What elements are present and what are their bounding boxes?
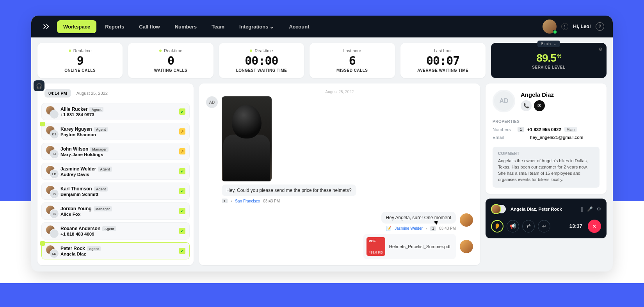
direction-icon: ↙: [179, 168, 185, 174]
app-logo: [40, 20, 53, 33]
comment-box: COMMENT Angela is the owner of Angela's …: [493, 147, 600, 188]
msg-time: 03:43 PM: [263, 199, 280, 203]
conversation-row[interactable]: LD Peter RockAgent Angela Diaz ↙: [41, 242, 190, 259]
hangup-button[interactable]: ✕: [588, 220, 601, 233]
contact-avatar: AD: [493, 90, 515, 112]
contact-email: hey_angela21@gmail.com: [530, 135, 583, 140]
stat-avg-wait: Last hour 00:07 AVERAGE WAITING TIME: [400, 43, 486, 78]
help-icon[interactable]: ?: [596, 22, 604, 31]
conversation-row[interactable]: IH John WilsonManager Mary-Jane Holdings…: [41, 143, 190, 160]
agent-avatar: [460, 240, 473, 253]
top-nav: Workspace Reports Call flow Numbers Team…: [31, 16, 613, 37]
nav-numbers[interactable]: Numbers: [169, 20, 203, 33]
chevron-down-icon: ⌄: [270, 24, 274, 30]
listen-button[interactable]: 👂: [491, 220, 503, 232]
gear-icon[interactable]: ⚙: [599, 47, 603, 52]
chat-date: August 25, 2022: [206, 90, 473, 94]
user-avatar[interactable]: [543, 20, 557, 34]
chat-panel: August 25, 2022 AD Hey, Could you please…: [199, 83, 480, 265]
incoming-message: Hey, Could you please send me the price …: [222, 185, 356, 196]
agent-name: Jasmine Welder: [395, 226, 423, 231]
contact-name: Angela Diaz: [521, 91, 554, 98]
direction-icon: ↙: [179, 228, 185, 234]
pause-icon[interactable]: ‖: [581, 206, 583, 212]
current-date: August 25, 2022: [76, 91, 108, 96]
greeting: Hi, Leo!: [573, 24, 591, 29]
direction-icon: ↙: [179, 208, 185, 214]
more-icon[interactable]: ⋮: [561, 23, 568, 30]
pdf-icon: [366, 237, 385, 256]
nav-integrations[interactable]: Integrations⌄: [233, 20, 280, 33]
return-button[interactable]: ↩: [538, 220, 550, 232]
conversation-row[interactable]: DS Karey NguyenAgent Payton Shannon ↗: [41, 123, 190, 140]
sender-avatar: AD: [206, 96, 218, 108]
note-icon: 📝: [386, 226, 391, 231]
call-duration: 13:37: [569, 223, 582, 229]
direction-icon: ↙: [179, 248, 185, 254]
settings-icon[interactable]: ⚙: [597, 206, 601, 212]
whisper-button[interactable]: 📢: [507, 220, 519, 232]
current-time: 04:14 PM: [44, 89, 71, 98]
nav-reports[interactable]: Reports: [99, 20, 130, 33]
call-avatars: [491, 203, 507, 215]
conversations-panel: 🎧 04:14 PM August 25, 2022 Allie RuckerA…: [37, 83, 194, 265]
nav-callflow[interactable]: Call flow: [133, 20, 166, 33]
conversation-row[interactable]: IS Jordan YoungManager Alice Fox ↙: [41, 202, 190, 220]
attached-image[interactable]: [222, 96, 272, 181]
stat-missed-calls: Last hour 6 MISSED CALLS: [310, 43, 395, 78]
nav-workspace[interactable]: Workspace: [57, 20, 96, 33]
agent-avatar: [460, 213, 473, 227]
nav-team[interactable]: Team: [205, 20, 231, 33]
call-button[interactable]: 📞: [521, 100, 532, 111]
direction-icon: ↗: [179, 128, 185, 135]
msg-location: San Francisco: [235, 199, 260, 203]
outgoing-message: Hey Angela, sure! One moment: [381, 212, 456, 224]
conversation-row[interactable]: LD Jasmine WelderAgent Audrey Davis ↙: [41, 163, 190, 180]
conversation-row[interactable]: Roxane AndersonAgent +1 818 483 4009 ↙: [41, 222, 190, 240]
email-button[interactable]: ✉: [534, 100, 545, 111]
nav-account[interactable]: Account: [283, 20, 315, 33]
mute-icon[interactable]: 🎤: [587, 206, 593, 212]
contact-profile: AD Angela Diaz 📞 ✉ PROPERTIES Numbers 1 …: [486, 83, 607, 194]
active-call-widget: Angela Diaz, Peter Rock ‖ 🎤 ⚙ 👂 📢 ⇄ ↩ 13…: [486, 199, 607, 238]
direction-icon: ↙: [179, 108, 185, 115]
conversation-row[interactable]: Allie RuckerAgent +1 831 284 9973 ↙: [41, 103, 190, 120]
conversation-row[interactable]: IS Karl ThomsonAgent Benjamin Schmitt ↙: [41, 183, 190, 200]
direction-icon: ↗: [179, 148, 185, 154]
stat-waiting-calls: Real-time 0 WAITING CALLS: [128, 43, 213, 78]
sl-timeframe[interactable]: 5 min⌄: [537, 41, 560, 47]
stat-longest-wait: Real-time 00:00 LONGEST WAITING TIME: [219, 43, 304, 78]
transfer-button[interactable]: ⇄: [522, 220, 535, 232]
stat-online-calls: Real-time 9 ONLINE CALLS: [37, 43, 123, 78]
direction-icon: ↙: [179, 188, 185, 194]
file-attachment[interactable]: Helmets_Pricelist_Summer.pdf: [363, 234, 456, 259]
stat-service-level: 5 min⌄ ⚙ 89.5% SERVICE LEVEL: [491, 43, 607, 78]
headset-icon[interactable]: 🎧: [34, 80, 44, 91]
